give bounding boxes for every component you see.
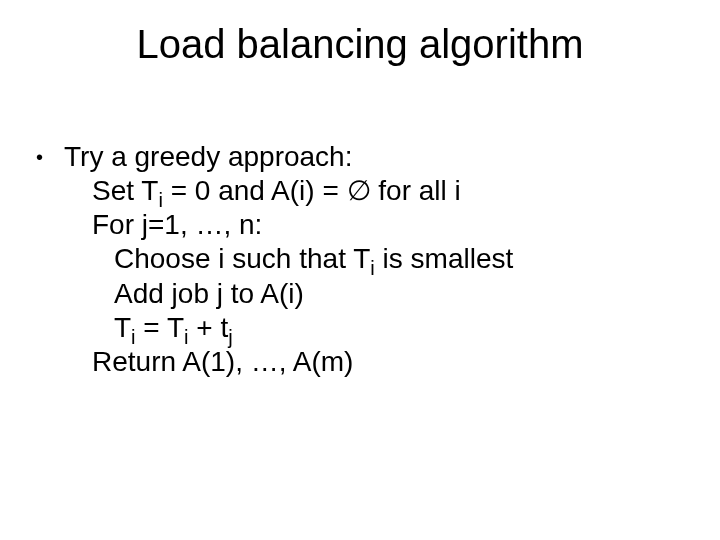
algo-line-update: Ti = Ti + tj [64, 311, 684, 345]
algo-line-set: Set Ti = 0 and A(i) = ∅ for all i [64, 174, 684, 208]
algo-line-for: For j=1, …, n: [64, 208, 684, 242]
bullet-marker: • [36, 140, 64, 174]
text-fragment: is smallest [375, 243, 513, 274]
text-fragment: = T [136, 312, 185, 343]
bullet-content: Try a greedy approach: Set Ti = 0 and A(… [64, 140, 684, 379]
text-fragment: = 0 and A(i) = ∅ for all i [163, 175, 461, 206]
slide-body: • Try a greedy approach: Set Ti = 0 and … [36, 140, 684, 379]
algo-line-lead: Try a greedy approach: [64, 140, 684, 174]
text-fragment: Choose i such that T [114, 243, 370, 274]
algo-line-return: Return A(1), …, A(m) [64, 345, 684, 379]
algo-line-add: Add job j to A(i) [64, 277, 684, 311]
slide-title: Load balancing algorithm [0, 22, 720, 67]
bullet-item: • Try a greedy approach: Set Ti = 0 and … [36, 140, 684, 379]
text-fragment: + t [189, 312, 229, 343]
slide: Load balancing algorithm • Try a greedy … [0, 0, 720, 540]
algo-line-choose: Choose i such that Ti is smallest [64, 242, 684, 276]
text-fragment: T [114, 312, 131, 343]
text-fragment: Set T [92, 175, 158, 206]
